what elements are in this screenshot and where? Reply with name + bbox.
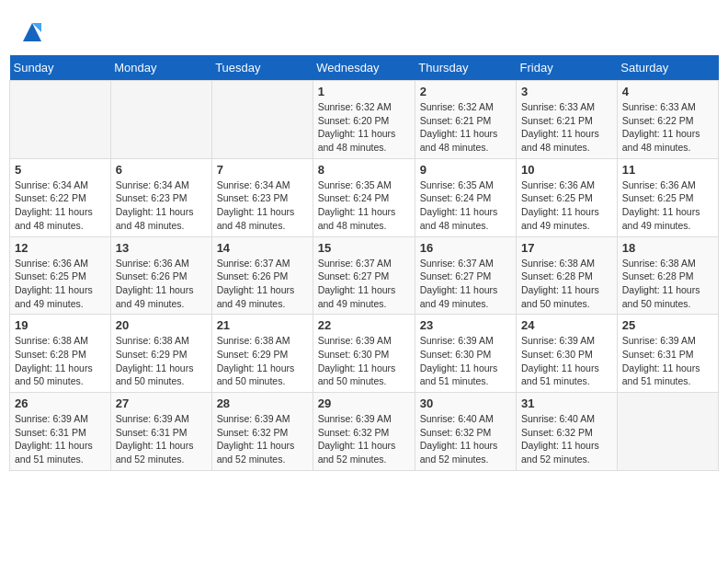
calendar-cell: 11Sunrise: 6:36 AM Sunset: 6:25 PM Dayli… — [617, 158, 718, 236]
day-number: 21 — [217, 318, 308, 332]
calendar-table: SundayMondayTuesdayWednesdayThursdayFrid… — [9, 55, 719, 471]
day-number: 8 — [318, 163, 410, 177]
day-info: Sunrise: 6:36 AM Sunset: 6:25 PM Dayligh… — [521, 178, 612, 233]
day-info: Sunrise: 6:35 AM Sunset: 6:24 PM Dayligh… — [420, 178, 511, 233]
day-info: Sunrise: 6:39 AM Sunset: 6:30 PM Dayligh… — [521, 334, 612, 388]
weekday-header-monday: Monday — [110, 55, 211, 81]
weekday-header-thursday: Thursday — [415, 55, 516, 81]
day-info: Sunrise: 6:40 AM Sunset: 6:32 PM Dayligh… — [521, 412, 612, 466]
calendar-cell: 25Sunrise: 6:39 AM Sunset: 6:31 PM Dayli… — [617, 315, 718, 393]
day-info: Sunrise: 6:36 AM Sunset: 6:26 PM Dayligh… — [116, 257, 207, 311]
day-number: 16 — [420, 241, 511, 255]
calendar-cell: 8Sunrise: 6:35 AM Sunset: 6:24 PM Daylig… — [313, 158, 415, 236]
calendar-cell: 27Sunrise: 6:39 AM Sunset: 6:31 PM Dayli… — [110, 393, 211, 471]
calendar-cell: 4Sunrise: 6:33 AM Sunset: 6:22 PM Daylig… — [617, 81, 718, 159]
day-info: Sunrise: 6:34 AM Sunset: 6:23 PM Dayligh… — [116, 178, 207, 233]
day-number: 11 — [622, 163, 713, 177]
day-info: Sunrise: 6:36 AM Sunset: 6:25 PM Dayligh… — [15, 257, 106, 311]
calendar-cell: 22Sunrise: 6:39 AM Sunset: 6:30 PM Dayli… — [313, 315, 415, 393]
day-number: 1 — [318, 85, 410, 98]
day-number: 3 — [521, 85, 612, 98]
day-number: 24 — [521, 318, 612, 332]
calendar-cell — [10, 81, 111, 159]
calendar-cell: 19Sunrise: 6:38 AM Sunset: 6:28 PM Dayli… — [10, 315, 111, 393]
logo — [18, 18, 50, 46]
calendar-cell: 2Sunrise: 6:32 AM Sunset: 6:21 PM Daylig… — [415, 81, 516, 159]
day-info: Sunrise: 6:32 AM Sunset: 6:20 PM Dayligh… — [318, 100, 410, 155]
weekday-header-sunday: Sunday — [10, 55, 111, 81]
calendar-cell: 3Sunrise: 6:33 AM Sunset: 6:21 PM Daylig… — [517, 81, 618, 159]
calendar-cell: 23Sunrise: 6:39 AM Sunset: 6:30 PM Dayli… — [415, 315, 516, 393]
day-number: 13 — [116, 241, 207, 255]
day-number: 15 — [318, 241, 410, 255]
day-number: 29 — [318, 396, 410, 410]
day-info: Sunrise: 6:38 AM Sunset: 6:28 PM Dayligh… — [622, 257, 713, 311]
calendar-week-4: 19Sunrise: 6:38 AM Sunset: 6:28 PM Dayli… — [10, 315, 719, 393]
day-number: 9 — [420, 163, 511, 177]
calendar-cell: 24Sunrise: 6:39 AM Sunset: 6:30 PM Dayli… — [517, 315, 618, 393]
weekday-header-tuesday: Tuesday — [211, 55, 313, 81]
calendar-cell: 31Sunrise: 6:40 AM Sunset: 6:32 PM Dayli… — [517, 393, 618, 471]
day-number: 5 — [15, 163, 106, 177]
calendar-cell — [211, 81, 313, 159]
calendar-cell — [110, 81, 211, 159]
day-info: Sunrise: 6:40 AM Sunset: 6:32 PM Dayligh… — [420, 412, 511, 466]
logo-icon — [18, 18, 46, 46]
calendar-cell: 17Sunrise: 6:38 AM Sunset: 6:28 PM Dayli… — [517, 236, 618, 315]
day-number: 31 — [521, 396, 612, 410]
calendar-cell: 7Sunrise: 6:34 AM Sunset: 6:23 PM Daylig… — [211, 158, 313, 236]
calendar-cell: 21Sunrise: 6:38 AM Sunset: 6:29 PM Dayli… — [211, 315, 313, 393]
day-number: 26 — [15, 396, 106, 410]
day-info: Sunrise: 6:39 AM Sunset: 6:30 PM Dayligh… — [420, 334, 511, 388]
calendar-cell: 5Sunrise: 6:34 AM Sunset: 6:22 PM Daylig… — [10, 158, 111, 236]
day-number: 2 — [420, 85, 511, 98]
day-number: 4 — [622, 85, 713, 98]
weekday-header-row: SundayMondayTuesdayWednesdayThursdayFrid… — [10, 55, 719, 81]
day-number: 14 — [217, 241, 308, 255]
day-number: 22 — [318, 318, 410, 332]
day-number: 25 — [622, 318, 713, 332]
calendar-week-1: 1Sunrise: 6:32 AM Sunset: 6:20 PM Daylig… — [10, 81, 719, 159]
day-info: Sunrise: 6:32 AM Sunset: 6:21 PM Dayligh… — [420, 100, 511, 155]
day-number: 30 — [420, 396, 511, 410]
calendar-cell: 9Sunrise: 6:35 AM Sunset: 6:24 PM Daylig… — [415, 158, 516, 236]
calendar-cell: 14Sunrise: 6:37 AM Sunset: 6:26 PM Dayli… — [211, 236, 313, 315]
day-number: 23 — [420, 318, 511, 332]
day-info: Sunrise: 6:34 AM Sunset: 6:22 PM Dayligh… — [15, 178, 106, 233]
day-number: 19 — [15, 318, 106, 332]
calendar-cell: 10Sunrise: 6:36 AM Sunset: 6:25 PM Dayli… — [517, 158, 618, 236]
calendar-cell: 28Sunrise: 6:39 AM Sunset: 6:32 PM Dayli… — [211, 393, 313, 471]
calendar-cell: 6Sunrise: 6:34 AM Sunset: 6:23 PM Daylig… — [110, 158, 211, 236]
day-info: Sunrise: 6:38 AM Sunset: 6:29 PM Dayligh… — [217, 334, 308, 388]
day-info: Sunrise: 6:39 AM Sunset: 6:30 PM Dayligh… — [318, 334, 410, 388]
day-info: Sunrise: 6:37 AM Sunset: 6:26 PM Dayligh… — [217, 257, 308, 311]
day-number: 7 — [217, 163, 308, 177]
day-info: Sunrise: 6:36 AM Sunset: 6:25 PM Dayligh… — [622, 178, 713, 233]
day-info: Sunrise: 6:34 AM Sunset: 6:23 PM Dayligh… — [217, 178, 308, 233]
day-info: Sunrise: 6:39 AM Sunset: 6:32 PM Dayligh… — [217, 412, 308, 466]
calendar-week-5: 26Sunrise: 6:39 AM Sunset: 6:31 PM Dayli… — [10, 393, 719, 471]
calendar-cell: 12Sunrise: 6:36 AM Sunset: 6:25 PM Dayli… — [10, 236, 111, 315]
weekday-header-friday: Friday — [517, 55, 618, 81]
day-info: Sunrise: 6:39 AM Sunset: 6:32 PM Dayligh… — [318, 412, 410, 466]
day-number: 18 — [622, 241, 713, 255]
day-info: Sunrise: 6:39 AM Sunset: 6:31 PM Dayligh… — [622, 334, 713, 388]
calendar-cell: 16Sunrise: 6:37 AM Sunset: 6:27 PM Dayli… — [415, 236, 516, 315]
calendar-cell: 29Sunrise: 6:39 AM Sunset: 6:32 PM Dayli… — [313, 393, 415, 471]
day-number: 12 — [15, 241, 106, 255]
day-info: Sunrise: 6:33 AM Sunset: 6:22 PM Dayligh… — [622, 100, 713, 155]
page-header — [9, 9, 719, 51]
day-number: 17 — [521, 241, 612, 255]
calendar-cell: 30Sunrise: 6:40 AM Sunset: 6:32 PM Dayli… — [415, 393, 516, 471]
day-info: Sunrise: 6:33 AM Sunset: 6:21 PM Dayligh… — [521, 100, 612, 155]
day-info: Sunrise: 6:35 AM Sunset: 6:24 PM Dayligh… — [318, 178, 410, 233]
day-number: 28 — [217, 396, 308, 410]
day-number: 27 — [116, 396, 207, 410]
day-info: Sunrise: 6:37 AM Sunset: 6:27 PM Dayligh… — [420, 257, 511, 311]
day-info: Sunrise: 6:38 AM Sunset: 6:28 PM Dayligh… — [521, 257, 612, 311]
day-number: 20 — [116, 318, 207, 332]
weekday-header-wednesday: Wednesday — [313, 55, 415, 81]
day-info: Sunrise: 6:38 AM Sunset: 6:28 PM Dayligh… — [15, 334, 106, 388]
day-info: Sunrise: 6:39 AM Sunset: 6:31 PM Dayligh… — [116, 412, 207, 466]
day-info: Sunrise: 6:37 AM Sunset: 6:27 PM Dayligh… — [318, 257, 410, 311]
